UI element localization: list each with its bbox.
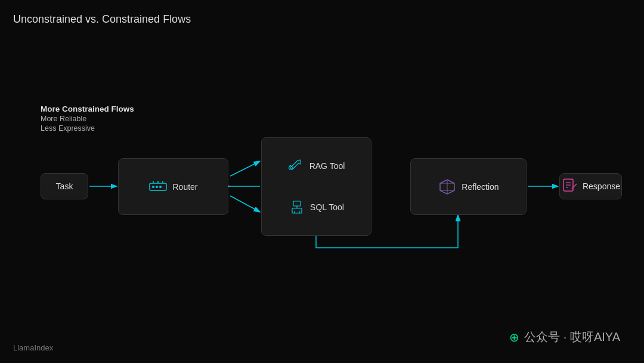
svg-point-6	[152, 186, 154, 188]
response-icon	[561, 178, 578, 195]
reflection-node: Reflection	[410, 158, 527, 215]
task-label: Task	[56, 182, 73, 191]
constrained-line1: More Reliable	[41, 115, 134, 123]
tools-box: RAG Tool SQL Tool	[261, 137, 371, 236]
watermark: ⊕ 公众号 · 哎呀AIYA	[509, 329, 620, 345]
watermark-text: 公众号 · 哎呀AIYA	[524, 329, 620, 345]
router-icon	[148, 177, 168, 196]
response-label: Response	[583, 182, 620, 191]
sql-tool-icon	[289, 199, 305, 216]
svg-point-8	[159, 186, 162, 188]
sql-tool-label: SQL Tool	[310, 202, 344, 212]
svg-rect-13	[293, 201, 301, 206]
constrained-heading: More Constrained Flows	[41, 104, 134, 113]
constrained-line2: Less Expressive	[41, 124, 134, 133]
constrained-label: More Constrained Flows More Reliable Les…	[41, 104, 134, 133]
flow-diagram: Task Router RAG Tool	[41, 137, 607, 257]
reflection-icon	[438, 177, 457, 196]
svg-rect-15	[292, 208, 302, 213]
llamaindex-label: LlamaIndex	[13, 343, 53, 352]
response-node: Response	[559, 173, 622, 199]
page-title: Unconstrained vs. Constrained Flows	[13, 13, 191, 26]
router-node: Router	[118, 158, 228, 215]
wechat-icon: ⊕	[509, 330, 519, 344]
reflection-label: Reflection	[462, 182, 499, 192]
rag-tool-item: RAG Tool	[288, 158, 345, 174]
svg-point-7	[156, 186, 158, 188]
rag-tool-label: RAG Tool	[309, 161, 345, 171]
router-label: Router	[172, 182, 197, 192]
rag-tool-icon	[288, 158, 305, 174]
task-node: Task	[41, 173, 88, 199]
sql-tool-item: SQL Tool	[289, 199, 344, 216]
